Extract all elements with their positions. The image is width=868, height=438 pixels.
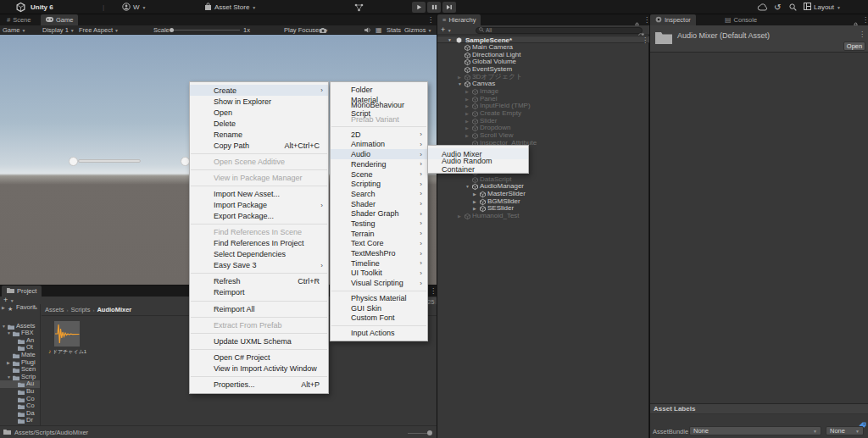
- undo-history-icon[interactable]: ↺: [774, 0, 781, 14]
- menu-item-rename[interactable]: Rename: [190, 129, 328, 140]
- hierarchy-row-eventsystem[interactable]: EventSystem: [437, 66, 649, 74]
- project-folder-co[interactable]: Co: [0, 402, 40, 410]
- stats-button[interactable]: Stats: [387, 25, 401, 35]
- menu-item-reimport[interactable]: Reimport: [190, 287, 328, 298]
- project-folder-da[interactable]: Da: [0, 410, 40, 418]
- create-asset-button[interactable]: + ▼: [3, 296, 14, 304]
- menu-item-export-package[interactable]: Export Package...: [190, 211, 328, 222]
- tab-console[interactable]: ▤ Console: [720, 14, 762, 25]
- account-menu[interactable]: W ▼: [122, 0, 147, 14]
- foldout-arrow-icon[interactable]: ▶: [473, 191, 476, 198]
- aspect-dropdown[interactable]: Free Aspect▼: [79, 25, 119, 35]
- menu-item-delete[interactable]: Delete: [190, 118, 328, 129]
- menu-item-visual-scripting[interactable]: Visual Scripting›: [331, 278, 427, 288]
- hierarchy-row-audiomanager[interactable]: ▼AudioManager: [437, 183, 649, 191]
- tab-inspector[interactable]: Inspector: [650, 14, 696, 25]
- play-button[interactable]: [412, 2, 426, 13]
- foldout-arrow-icon[interactable]: ▶: [458, 213, 461, 220]
- menu-item-refresh[interactable]: RefreshCtrl+R: [190, 276, 328, 287]
- foldout-arrow-icon[interactable]: ▶: [465, 96, 469, 103]
- menu-item-easy-save-3[interactable]: Easy Save 3›: [190, 260, 328, 271]
- menu-item-input-actions[interactable]: Input Actions: [331, 328, 427, 338]
- panel-menu-icon[interactable]: ⋮: [427, 14, 434, 25]
- hierarchy-row-masterslider[interactable]: ▶MasterSlider: [437, 191, 649, 198]
- menu-item-shader[interactable]: Shader›: [331, 199, 427, 209]
- scale-slider-track[interactable]: [172, 30, 240, 30]
- step-button[interactable]: [442, 2, 456, 13]
- hierarchy-row-humanoid-test[interactable]: ▶Humanoid_Test: [437, 213, 649, 220]
- asset-labels-header[interactable]: Asset Labels: [650, 403, 868, 414]
- project-folder-favorit[interactable]: ▶★Favorit▲: [0, 304, 40, 312]
- hierarchy-row-bgmslider[interactable]: ▶BGMSlider: [437, 198, 649, 206]
- hierarchy-row-scroll-view[interactable]: ▶Scroll View: [437, 132, 649, 140]
- foldout-arrow-icon[interactable]: ▶: [465, 103, 469, 110]
- menu-item-monobehaviour-script[interactable]: MonoBehaviour Script: [331, 104, 427, 114]
- menu-item-rendering[interactable]: Rendering›: [331, 159, 427, 169]
- menu-item-scripting[interactable]: Scripting›: [331, 179, 427, 189]
- menu-item-copy-path[interactable]: Copy PathAlt+Ctrl+C: [190, 140, 328, 151]
- hierarchy-row-datascript[interactable]: DataScript: [437, 176, 649, 184]
- breadcrumb-segment[interactable]: Assets: [45, 306, 64, 313]
- display-dropdown[interactable]: Display 1▼: [42, 25, 75, 35]
- ui-slider-track[interactable]: [78, 159, 141, 163]
- hierarchy-search-input[interactable]: All: [476, 27, 643, 34]
- foldout-arrow-icon[interactable]: ▶: [2, 304, 5, 312]
- hierarchy-row-create-empty[interactable]: ▶Create Empty: [437, 110, 649, 118]
- project-folder-fbx[interactable]: ▼FBX: [0, 330, 40, 337]
- open-button[interactable]: Open: [843, 42, 865, 51]
- ui-slider-handle-2[interactable]: [181, 157, 190, 166]
- menu-item-custom-font[interactable]: Custom Font: [331, 313, 427, 324]
- mute-audio-icon[interactable]: [364, 25, 371, 35]
- foldout-arrow-icon[interactable]: ▶: [458, 74, 461, 81]
- menu-item-textmeshpro[interactable]: TextMeshPro›: [331, 248, 427, 258]
- foldout-arrow-icon[interactable]: ▼: [465, 183, 470, 191]
- foldout-arrow-icon[interactable]: ▶: [473, 198, 476, 206]
- foldout-arrow-icon[interactable]: ▶: [465, 125, 469, 132]
- foldout-arrow-icon[interactable]: ▶: [465, 110, 469, 118]
- pause-button[interactable]: [427, 2, 441, 13]
- menu-item-terrain[interactable]: Terrain›: [331, 229, 427, 239]
- ui-slider-handle[interactable]: [69, 157, 78, 166]
- panel-menu-icon[interactable]: ⋮: [430, 286, 437, 297]
- menu-item-scene[interactable]: Scene›: [331, 169, 427, 180]
- project-folder-plugi[interactable]: ▶Plugi: [0, 359, 40, 367]
- project-folder-dr[interactable]: Dr: [0, 417, 40, 424]
- hierarchy-row-seslider[interactable]: ▶SESlider: [437, 205, 649, 213]
- hierarchy-row-image[interactable]: ▶Image: [437, 88, 649, 96]
- tab-scene[interactable]: # Scene: [2, 14, 36, 25]
- breadcrumb-segment[interactable]: Scripts: [71, 306, 91, 313]
- inspector-menu-icon[interactable]: ⋮: [859, 29, 865, 40]
- project-folder-an[interactable]: An: [0, 337, 40, 345]
- search-icon[interactable]: [789, 0, 797, 14]
- scroll-up-icon[interactable]: ▲: [34, 304, 38, 312]
- menu-item-physics-material[interactable]: Physics Material: [331, 293, 427, 303]
- menu-item-search[interactable]: Search›: [331, 189, 427, 199]
- menu-item-view-in-import-activity-window[interactable]: View in Import Activity Window: [190, 363, 328, 374]
- foldout-arrow-icon[interactable]: ▼: [448, 36, 452, 45]
- tab-game[interactable]: Game: [41, 14, 78, 25]
- vsync-monitor-icon[interactable]: ▦: [376, 25, 382, 35]
- project-folder-bu[interactable]: Bu: [0, 388, 40, 396]
- project-folder-au[interactable]: Au: [0, 380, 40, 388]
- layout-menu[interactable]: Layout ▼: [804, 0, 841, 14]
- hierarchy-row-global-volume[interactable]: Global Volume: [437, 58, 649, 66]
- assetbundle-variant-dropdown[interactable]: None▼: [826, 426, 864, 435]
- menu-item-create[interactable]: Create›: [190, 85, 328, 96]
- collab-network-icon[interactable]: [354, 0, 364, 14]
- menu-item-folder[interactable]: Folder: [331, 85, 427, 95]
- hierarchy-row-3d[interactable]: ▶3Dオブジェクト: [437, 74, 649, 81]
- project-folder-mate[interactable]: Mate: [0, 352, 40, 359]
- project-folder-scrip[interactable]: ▼Scrip: [0, 374, 40, 381]
- asset-store-menu[interactable]: Asset Store ▼: [204, 0, 256, 14]
- menu-item-timeline[interactable]: Timeline›: [331, 258, 427, 269]
- menu-item-animation[interactable]: Animation›: [331, 140, 427, 150]
- panel-menu-icon[interactable]: ⋮: [862, 14, 868, 25]
- menu-item-testing[interactable]: Testing›: [331, 219, 427, 229]
- menu-item-2d[interactable]: 2D›: [331, 130, 427, 140]
- scale-slider-handle[interactable]: [170, 28, 174, 32]
- tab-hierarchy[interactable]: ≡ Hierarchy: [437, 14, 481, 25]
- gizmos-dropdown[interactable]: Gizmos▼: [404, 25, 431, 35]
- hierarchy-row-dropdown[interactable]: ▶Dropdown: [437, 125, 649, 132]
- hierarchy-row-main-camera[interactable]: Main Camera: [437, 44, 649, 52]
- menu-item-ui-toolkit[interactable]: UI Toolkit›: [331, 269, 427, 279]
